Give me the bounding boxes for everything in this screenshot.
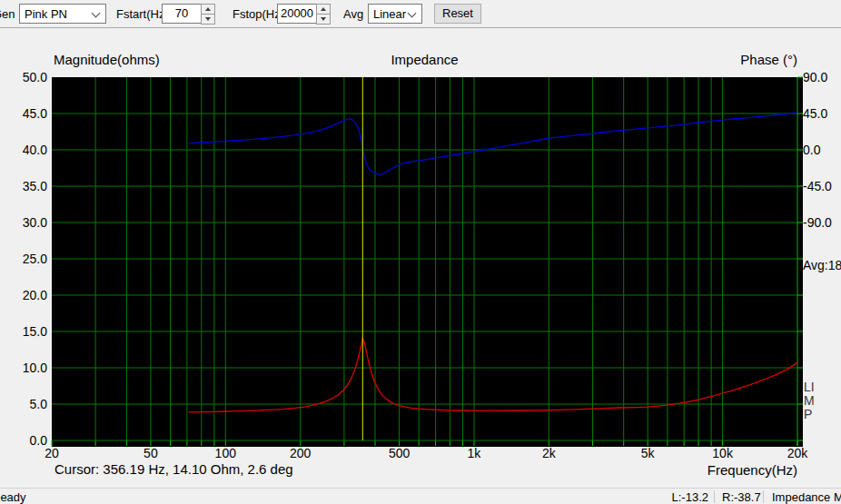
fstart-input[interactable]: 70 xyxy=(162,4,202,24)
fstart-spin-down-button[interactable] xyxy=(201,14,215,25)
fstop-spin-down-button[interactable] xyxy=(316,14,331,25)
x-tick-label: 20k xyxy=(770,446,825,460)
y-left-tick-label: 10.0 xyxy=(0,361,47,375)
avg-select[interactable]: Linear xyxy=(368,4,422,24)
x-tick-label: 500 xyxy=(372,446,427,460)
y-left-tick-label: 45.0 xyxy=(0,106,47,121)
x-tick-label: 5k xyxy=(620,446,675,460)
chevron-down-icon xyxy=(92,9,101,18)
down-arrow-icon xyxy=(205,17,211,21)
status-mode: Impedance Mea xyxy=(772,490,841,504)
up-arrow-icon xyxy=(321,7,326,11)
y-right-tick-label: 45.0 xyxy=(803,106,827,121)
x-tick-label: 100 xyxy=(198,446,252,460)
y-right-tick-label: 90.0 xyxy=(803,70,827,84)
y-left-tick-label: 50.0 xyxy=(0,70,47,84)
x-tick-label: 2k xyxy=(521,446,576,460)
status-right-level: R:-38.7 xyxy=(722,490,761,504)
status-ready: Ready xyxy=(0,490,26,504)
up-arrow-icon xyxy=(205,7,211,11)
x-tick-label: 1k xyxy=(447,446,501,460)
generator-select-value: Pink PN xyxy=(25,7,67,21)
y-right-tick-label: 0.0 xyxy=(803,143,820,157)
y-left-tick-label: 15.0 xyxy=(0,324,47,339)
down-arrow-icon xyxy=(321,17,326,21)
status-bar: Ready L:-13.2 R:-38.7 Impedance Mea xyxy=(0,488,841,504)
impedance-chart: Magnitude(ohms) Impedance Phase (°) 50.0… xyxy=(0,28,841,488)
status-left-level: L:-13.2 xyxy=(670,490,708,504)
y-left-tick-label: 30.0 xyxy=(0,215,47,230)
x-axis-title: Frequency(Hz) xyxy=(52,462,797,478)
avg-select-value: Linear xyxy=(373,7,406,21)
avg-count-indicator: Avg:18 xyxy=(803,258,841,272)
status-separator xyxy=(714,490,715,503)
y-left-tick-label: 25.0 xyxy=(0,252,47,266)
y-right-tick-label: -90.0 xyxy=(803,215,832,230)
toolbar: Gen Pink PN Fstart(Hz) 70 Fstop(Hz) 2000… xyxy=(0,0,841,28)
chevron-down-icon xyxy=(408,9,417,18)
x-tick-label: 200 xyxy=(273,446,328,460)
generator-label: Gen xyxy=(0,7,15,21)
x-tick-label: 50 xyxy=(124,446,178,460)
y-left-tick-label: 20.0 xyxy=(0,288,47,302)
fstop-input[interactable]: 20000 xyxy=(277,4,317,24)
avg-label: Avg xyxy=(343,7,363,21)
generator-select[interactable]: Pink PN xyxy=(19,4,106,24)
reset-button[interactable]: Reset xyxy=(434,4,481,24)
x-tick-label: 10k xyxy=(696,446,750,460)
plot-canvas[interactable] xyxy=(0,28,841,488)
x-tick-label: 20 xyxy=(25,446,79,460)
right-axis-title: Phase (°) xyxy=(52,52,797,67)
y-right-tick-label: -45.0 xyxy=(803,179,832,193)
y-left-tick-label: 40.0 xyxy=(0,143,47,157)
limp-watermark: LIMP xyxy=(804,380,816,421)
status-separator xyxy=(763,490,764,503)
y-left-tick-label: 5.0 xyxy=(0,397,47,411)
fstart-spinner xyxy=(201,4,215,24)
plot-background xyxy=(52,77,803,447)
y-left-tick-label: 35.0 xyxy=(0,179,47,193)
fstop-spinner xyxy=(316,4,331,24)
